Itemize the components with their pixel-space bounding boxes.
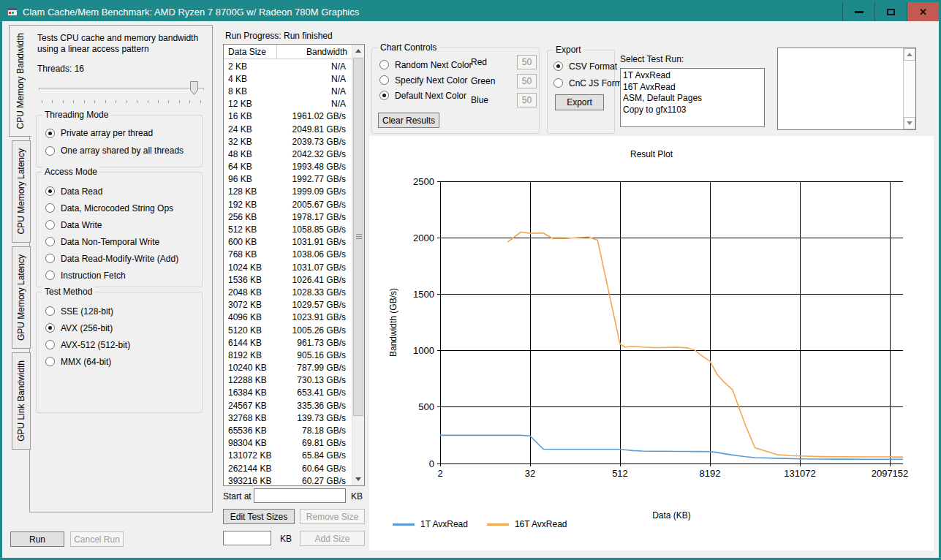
column-header-bandwidth[interactable]: Bandwidth bbox=[276, 45, 352, 58]
table-row[interactable]: 96 KB1992.77 GB/s bbox=[224, 173, 352, 186]
table-row[interactable]: 131072 KB65.84 GB/s bbox=[224, 450, 352, 462]
bandwidth-cell: 905.16 GB/s bbox=[276, 350, 352, 360]
radio-data-non-temporal-write[interactable]: Data Non-Temporal Write bbox=[37, 233, 202, 250]
table-row[interactable]: 3072 KB1029.57 GB/s bbox=[224, 299, 352, 311]
data-size-cell: 5120 KB bbox=[224, 325, 276, 336]
list-item[interactable]: 16T AvxRead bbox=[621, 82, 764, 94]
minimize-button[interactable] bbox=[842, 2, 874, 21]
settings-panel: Tests CPU cache and memory bandwidth usi… bbox=[29, 25, 213, 512]
radio-avx-256-bit[interactable]: AVX (256-bit) bbox=[37, 319, 202, 336]
table-scrollbar[interactable] bbox=[352, 45, 364, 485]
radio-button-icon bbox=[553, 61, 563, 71]
run-button[interactable]: Run bbox=[10, 531, 64, 547]
table-row[interactable]: 6144 KB961.73 GB/s bbox=[224, 336, 352, 349]
radio-data-read[interactable]: Data Read bbox=[37, 183, 202, 200]
radio-data-read-modify-write-add[interactable]: Data Read-Modify-Write (Add) bbox=[37, 250, 202, 267]
radio-sse-128-bit[interactable]: SSE (128-bit) bbox=[37, 303, 202, 319]
maximize-button[interactable] bbox=[874, 2, 907, 21]
radio-button-icon bbox=[45, 270, 55, 280]
table-row[interactable]: 64 KB1993.48 GB/s bbox=[224, 161, 352, 173]
column-header-data-size[interactable]: Data Size bbox=[224, 47, 276, 57]
scroll-up-arrow-icon[interactable] bbox=[904, 48, 915, 61]
table-row[interactable]: 2 KBN/A bbox=[224, 60, 352, 72]
slider-thumb[interactable] bbox=[190, 81, 198, 95]
export-button[interactable]: Export bbox=[555, 94, 604, 110]
close-button[interactable]: ✕ bbox=[907, 2, 939, 21]
table-row[interactable]: 128 KB1999.09 GB/s bbox=[224, 186, 352, 198]
add-size-input[interactable] bbox=[223, 531, 271, 545]
table-row[interactable]: 8 KBN/A bbox=[224, 85, 352, 97]
radio-label: Data Read-Modify-Write (Add) bbox=[61, 254, 178, 264]
table-row[interactable]: 48 KB2042.32 GB/s bbox=[224, 148, 352, 160]
bandwidth-cell: N/A bbox=[276, 86, 352, 97]
tab-gpu-memory-latency[interactable]: GPU Memory Latency bbox=[12, 246, 31, 349]
list-item[interactable]: ASM, Default Pages bbox=[621, 93, 764, 105]
radio-button-icon bbox=[45, 220, 55, 230]
output-textbox[interactable] bbox=[777, 48, 916, 130]
bandwidth-cell: 1005.26 GB/s bbox=[276, 325, 352, 336]
table-row[interactable]: 2048 KB1028.33 GB/s bbox=[224, 286, 352, 298]
radio-cnc-js-format[interactable]: CnC JS Format bbox=[548, 75, 614, 91]
radio-random-next-color[interactable]: Random Next Color bbox=[372, 57, 539, 72]
radio-avx-512-512-bit[interactable]: AVX-512 (512-bit) bbox=[37, 336, 202, 353]
bandwidth-cell: 2042.32 GB/s bbox=[276, 149, 352, 159]
table-row[interactable]: 5120 KB1005.26 GB/s bbox=[224, 324, 352, 336]
table-row[interactable]: 393216 KB60.27 GB/s bbox=[224, 474, 352, 486]
radio-private-array-per-thread[interactable]: Private array per thread bbox=[37, 124, 202, 142]
bandwidth-cell: N/A bbox=[276, 61, 352, 72]
table-row[interactable]: 24 KB2049.81 GB/s bbox=[224, 123, 352, 135]
radio-instruction-fetch[interactable]: Instruction Fetch bbox=[37, 267, 202, 284]
table-row[interactable]: 256 KB1978.17 GB/s bbox=[224, 211, 352, 223]
clear-results-button[interactable]: Clear Results bbox=[378, 113, 439, 128]
edit-test-sizes-button[interactable]: Edit Test Sizes bbox=[223, 509, 295, 524]
bandwidth-cell: N/A bbox=[276, 74, 352, 84]
table-row[interactable]: 192 KB2005.67 GB/s bbox=[224, 198, 352, 211]
radio-label: Data Read bbox=[61, 186, 102, 197]
tab-cpu-memory-latency[interactable]: CPU Memory Latency bbox=[12, 140, 31, 242]
bandwidth-cell: 1961.02 GB/s bbox=[276, 111, 352, 121]
output-scrollbar[interactable] bbox=[903, 48, 915, 129]
table-row[interactable]: 32768 KB139.73 GB/s bbox=[224, 412, 352, 424]
tab-gpu-link-bandwidth[interactable]: GPU Link Bandwidth bbox=[12, 352, 31, 450]
scroll-down-arrow-icon[interactable] bbox=[352, 473, 364, 485]
radio-default-next-color[interactable]: Default Next Color bbox=[372, 88, 539, 103]
table-row[interactable]: 1024 KB1031.07 GB/s bbox=[224, 261, 352, 273]
table-row[interactable]: 16 KB1961.02 GB/s bbox=[224, 110, 352, 123]
data-size-cell: 2048 KB bbox=[224, 287, 276, 298]
table-row[interactable]: 512 KB1058.85 GB/s bbox=[224, 223, 352, 235]
radio-button-icon bbox=[379, 91, 389, 100]
radio-csv-format[interactable]: CSV Format bbox=[548, 58, 614, 75]
table-row[interactable]: 262144 KB60.64 GB/s bbox=[224, 462, 352, 474]
radio-specify-next-color[interactable]: Specify Next Color bbox=[372, 72, 539, 88]
table-row[interactable]: 12 KBN/A bbox=[224, 98, 352, 110]
table-row[interactable]: 65536 KB78.18 GB/s bbox=[224, 424, 352, 436]
list-item[interactable]: 1T AvxRead bbox=[621, 70, 764, 82]
radio-mmx-64-bit[interactable]: MMX (64-bit) bbox=[37, 353, 202, 370]
table-row[interactable]: 600 KB1031.91 GB/s bbox=[224, 236, 352, 249]
bandwidth-cell: 1978.17 GB/s bbox=[276, 212, 352, 222]
tab-cpu-memory-bandwidth[interactable]: CPU Memory Bandwidth bbox=[9, 25, 31, 137]
scroll-down-arrow-icon[interactable] bbox=[904, 117, 915, 129]
table-row[interactable]: 1536 KB1026.41 GB/s bbox=[224, 273, 352, 286]
table-row[interactable]: 8192 KB905.16 GB/s bbox=[224, 349, 352, 361]
table-row[interactable]: 24567 KB335.36 GB/s bbox=[224, 399, 352, 412]
start-at-input[interactable] bbox=[254, 488, 346, 503]
table-row[interactable]: 16384 KB653.41 GB/s bbox=[224, 387, 352, 399]
scrollbar-thumb[interactable] bbox=[353, 58, 363, 416]
radio-data-write[interactable]: Data Write bbox=[37, 216, 202, 233]
table-row[interactable]: 4096 KB1023.91 GB/s bbox=[224, 311, 352, 324]
table-row[interactable]: 4 KBN/A bbox=[224, 72, 352, 85]
table-row[interactable]: 98304 KB69.81 GB/s bbox=[224, 437, 352, 450]
scroll-up-arrow-icon[interactable] bbox=[352, 45, 364, 57]
table-row[interactable]: 32 KB2039.73 GB/s bbox=[224, 135, 352, 148]
test-run-listbox[interactable]: 1T AvxRead16T AvxReadASM, Default PagesC… bbox=[620, 68, 765, 127]
list-item[interactable]: Copy to gfx1103 bbox=[621, 105, 764, 116]
radio-one-array-shared-by-all-threads[interactable]: One array shared by all threads bbox=[37, 142, 202, 159]
threads-slider[interactable] bbox=[39, 80, 204, 99]
table-row[interactable]: 768 KB1038.06 GB/s bbox=[224, 249, 352, 261]
table-row[interactable]: 10240 KB787.99 GB/s bbox=[224, 362, 352, 374]
table-row[interactable]: 12288 KB730.13 GB/s bbox=[224, 374, 352, 387]
bandwidth-cell: 1038.06 GB/s bbox=[276, 249, 352, 260]
radio-data-microcoded-string-ops[interactable]: Data, Microcoded String Ops bbox=[37, 200, 202, 216]
radio-button-icon bbox=[45, 357, 55, 366]
